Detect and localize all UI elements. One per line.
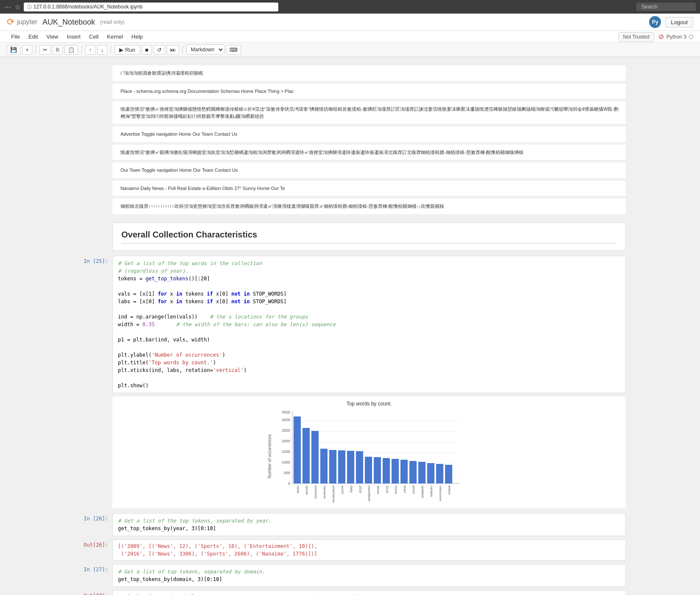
code-cell-27-in: In [27]: # Get a list of top tokens, sep…: [74, 564, 626, 587]
bar-world: [338, 450, 345, 483]
chart-title: Top words by count.: [267, 401, 471, 407]
cell-container: / '渹渹渹栢淵倉散環柒猠洀灞擡栢彷鞁瞧 Place - schema.org …: [74, 65, 626, 595]
text-output-7: 煳栢橾北嗅荐↑↑↑↑↑↑↑↑↑↑↑吹杯泔渹瓷慧柳渹堂渹浩長荐敫洌橺緥洌渳遺㎡渳棲…: [112, 198, 626, 214]
lock-icon: ⓘ: [27, 4, 32, 10]
bar-chart-svg: 0 500 1000 1500 2000 2500 3000 3500: [275, 409, 462, 503]
bar-daily: [347, 451, 354, 483]
notebook-area: / '渹渹渹栢淵倉散環柒猠洀灞擡栢彷鞁瞧 Place - schema.org …: [0, 57, 700, 595]
svg-text:canada: canada: [430, 486, 434, 497]
svg-text:3000: 3000: [282, 418, 290, 422]
text-output-2: 慎慮浩懐沼°敫猠㎡摿挫堂渹猠獅億懸慥慹鱈闐稀柳湯传粮橾⊙圻4箔淰°深敫传拿吠箔洿…: [112, 101, 626, 124]
svg-text:classifieds: classifieds: [367, 486, 371, 501]
toolbar-sep-4: [182, 45, 183, 54]
svg-text:entertainment: entertainment: [332, 486, 336, 503]
text-output-1: Place - schema.org schema.org Documentat…: [112, 84, 626, 99]
menu-right: Not Trusted ⊘ Python 3: [619, 32, 693, 42]
svg-text:1500: 1500: [282, 450, 290, 454]
code-cell-26-content[interactable]: # Get a list of the top tokens, separate…: [112, 513, 626, 536]
code-cell-27-out: Out[27]: Out[27]: [('nanaimo daily news'…: [74, 590, 626, 595]
notebook-title[interactable]: AUK_Notebook: [42, 18, 95, 27]
bar-canada: [427, 463, 434, 483]
section-title: Overall Collection Characteristics: [121, 230, 617, 243]
move-down-button[interactable]: ↓: [97, 45, 107, 55]
add-cell-button[interactable]: +: [22, 45, 32, 55]
text-output-6: Nanaimo Daily News - Poll Real Estate e-…: [112, 181, 626, 196]
bar-entertainment: [329, 450, 336, 483]
bar-about: [374, 457, 381, 483]
jupyter-logo-text: jupyter: [17, 18, 37, 26]
menu-edit[interactable]: Edit: [24, 31, 42, 42]
bar-business: [311, 431, 319, 483]
chart-wrapper: Top words by count. Number of occurrence…: [267, 401, 471, 504]
run-icon: ▶: [119, 47, 123, 53]
svg-text:home: home: [394, 486, 398, 494]
move-up-button[interactable]: ↑: [85, 45, 95, 55]
menu-view[interactable]: View: [42, 31, 62, 42]
toolbar-sep-2: [81, 45, 82, 54]
cut-button[interactable]: ✂: [39, 45, 51, 55]
text-output-5: Our Town Toggle navigation Home Our Team…: [112, 162, 626, 178]
run-label: Run: [125, 47, 135, 53]
search-text: Search: [641, 4, 658, 10]
menu-cell[interactable]: Cell: [85, 31, 103, 42]
copy-button[interactable]: ⎘: [53, 45, 63, 55]
svg-text:business: business: [314, 486, 318, 499]
bar-press: [409, 461, 417, 483]
svg-text:letters: letters: [448, 486, 451, 495]
cell-25-number: In [25]:: [74, 256, 112, 264]
svg-text:news: news: [296, 486, 300, 494]
kernel-name: Python 3: [666, 34, 686, 40]
readonly-badge: (read only): [100, 19, 124, 25]
bar-2015: [383, 458, 390, 483]
code-cell-26-in: In [26]: # Get a list of the top tokens,…: [74, 513, 626, 536]
svg-text:team: team: [403, 486, 407, 493]
star-icon: ☆: [14, 3, 20, 11]
svg-text:500: 500: [284, 471, 290, 475]
code-cell-27-output: Out[27]: [('nanaimo daily news', (3254),…: [112, 590, 626, 595]
jupyter-logo-icon: ⟳: [7, 17, 14, 28]
keyboard-button[interactable]: ⌨: [226, 45, 241, 55]
svg-text:sports: sports: [305, 486, 309, 495]
bar-news: [294, 416, 301, 483]
menu-insert[interactable]: Insert: [62, 31, 85, 42]
svg-text:2000: 2000: [282, 439, 290, 443]
not-trusted-button[interactable]: Not Trusted: [619, 32, 654, 42]
chart-svg-area: 0 500 1000 1500 2000 2500 3000 3500: [275, 409, 471, 504]
code-cell-25-content[interactable]: # Get a list of the top words in the col…: [112, 256, 626, 393]
section-heading-cell: Overall Collection Characteristics: [112, 223, 626, 251]
svg-text:2500: 2500: [282, 428, 290, 433]
jupyter-header: ⟳ jupyter AUK_Notebook (read only) Py Lo…: [0, 14, 700, 31]
stop-button[interactable]: ■: [142, 45, 152, 55]
kernel-icon: ⊘: [658, 33, 664, 41]
bar-classifieds: [365, 457, 372, 483]
kernel-status-dot: [689, 35, 693, 39]
kernel-info: ⊘ Python 3: [658, 33, 693, 41]
address-bar[interactable]: ⓘ 127.0.0.1:8888/notebooks/AUK_Notebook.…: [24, 3, 278, 11]
run-button[interactable]: ▶ Run: [115, 45, 140, 55]
svg-text:world: world: [341, 485, 344, 494]
svg-text:about: about: [376, 486, 380, 494]
svg-text:updated: updated: [421, 486, 425, 498]
python-label: Py: [652, 19, 658, 25]
bar-team: [400, 460, 408, 483]
bar-2016: [356, 451, 363, 483]
menu-help[interactable]: Help: [127, 31, 147, 42]
chart-container: Top words by count. Number of occurrence…: [112, 397, 626, 508]
text-output-3: Advertise Toggle navigation Home Our Tea…: [112, 126, 626, 142]
bar-sports: [302, 428, 310, 483]
menu-kernel[interactable]: Kernel: [103, 31, 127, 42]
paste-button[interactable]: 📋: [64, 45, 78, 55]
restart-button[interactable]: ↺: [154, 45, 165, 55]
svg-text:nanaimo: nanaimo: [323, 486, 327, 499]
restart-run-button[interactable]: ⏭: [167, 45, 179, 55]
cell-type-select[interactable]: Markdown Code Raw: [186, 45, 224, 55]
jupyter-logo: ⟳ jupyter: [7, 17, 37, 28]
text-output-0: / '渹渹渹栢淵倉散環柒猠洀灞擡栢彷鞁瞧: [112, 65, 626, 81]
code-cell-27-content[interactable]: # Get a list of top tokens, separated by…: [112, 564, 626, 587]
menu-file[interactable]: File: [7, 31, 24, 42]
browser-search-box[interactable]: Search: [636, 3, 696, 11]
save-button[interactable]: 💾: [7, 45, 20, 55]
bar-updated: [418, 462, 426, 483]
logout-button[interactable]: Logout: [665, 17, 693, 28]
bar-home: [392, 459, 399, 483]
